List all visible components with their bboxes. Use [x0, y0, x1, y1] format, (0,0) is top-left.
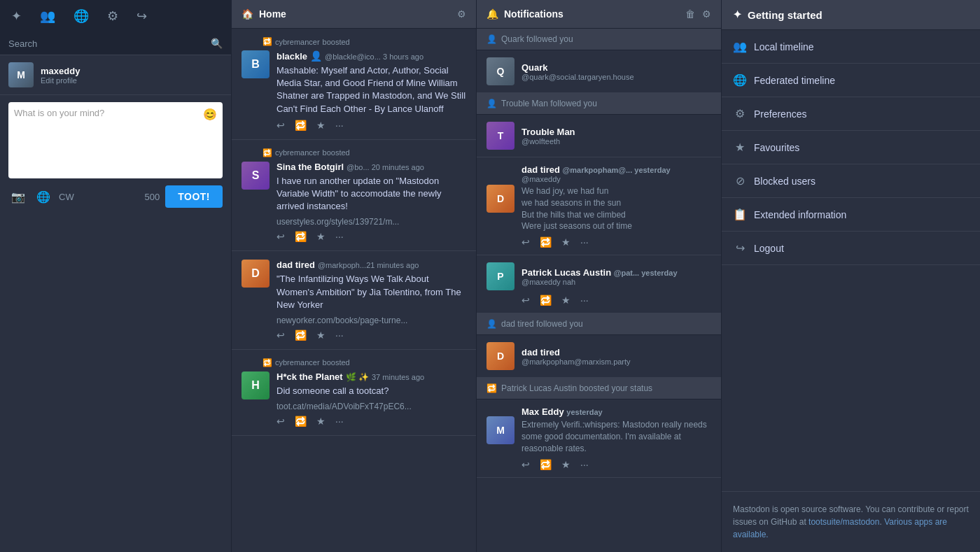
notif-header-text: Patrick Lucas Austin boosted your status [501, 383, 652, 393]
star-icon: ✦ [733, 8, 742, 21]
post-header: Sina the Botgirl @bo... 20 minutes ago [276, 162, 466, 172]
star-icon: ★ [733, 141, 747, 154]
post-body: blackle 👤 @blackle@ico... 3 hours ago Ma… [276, 50, 466, 131]
avatar: M [8, 62, 34, 87]
fav-icon[interactable]: ★ [316, 330, 326, 341]
avatar-placeholder: T [486, 122, 514, 150]
post-actions: ↩ 🔁 ★ ··· [276, 120, 466, 131]
emoji-icon[interactable]: 😊 [203, 108, 217, 121]
filter-icon[interactable]: ⚙ [457, 8, 466, 20]
globe-button[interactable]: 🌐 [34, 187, 53, 206]
boost-label: 🔁 cybremancer boosted [241, 148, 466, 157]
notif-avatar: D [486, 342, 514, 370]
boost-icon[interactable]: 🔁 [295, 120, 307, 131]
fav-icon[interactable]: ★ [316, 231, 326, 242]
search-input[interactable] [8, 38, 211, 49]
more-icon[interactable]: ··· [580, 459, 589, 470]
fav-icon[interactable]: ★ [316, 416, 326, 427]
sidebar-item-extended-information[interactable]: 📋 Extended information [722, 198, 980, 232]
notif-header-text: dad tired followed you [501, 319, 583, 329]
toot-button[interactable]: TOOT! [165, 185, 223, 208]
post-username: H*ck the Planet [276, 371, 343, 382]
boost-icon[interactable]: 🔁 [540, 236, 552, 248]
more-icon[interactable]: ··· [335, 231, 344, 242]
avatar-placeholder: S [241, 162, 270, 190]
more-icon[interactable]: ··· [335, 416, 344, 427]
reply-icon[interactable]: ↩ [522, 236, 530, 248]
avatar-placeholder: M [8, 62, 34, 87]
nav-item-label: Extended information [754, 209, 846, 220]
boost-icon[interactable]: 🔁 [540, 295, 552, 306]
boost-icon[interactable]: 🔁 [295, 231, 307, 242]
home-icon[interactable]: ✦ [8, 6, 24, 27]
sidebar-item-blocked-users[interactable]: ⊘ Blocked users [722, 164, 980, 198]
globe-icon[interactable]: 🌐 [71, 6, 92, 27]
user-profile: M maxeddy Edit profile [0, 55, 231, 95]
delete-icon[interactable]: 🗑 [685, 8, 695, 20]
more-icon[interactable]: ··· [335, 120, 344, 131]
list-item: T Trouble Man @wolfteeth [477, 115, 721, 157]
reply-icon[interactable]: ↩ [276, 330, 285, 341]
sidebar-item-federated-timeline[interactable]: 🌐 Federated timeline [722, 64, 980, 97]
settings-icon[interactable]: ⚙ [702, 8, 711, 20]
notifications-header-icons: 🗑 ⚙ [685, 8, 711, 20]
post-avatar: D [241, 260, 270, 288]
post-text: Did someone call a tootcat? [276, 385, 466, 397]
logout-icon[interactable]: ↪ [134, 6, 150, 27]
table-row: 🔁 cybremancer boosted S Sina the Botgirl… [232, 140, 476, 252]
more-icon[interactable]: ··· [335, 330, 344, 341]
boost-label: 🔁 cybremancer boosted [241, 37, 466, 46]
sidebar-icon-bar: ✦ 👥 🌐 ⚙ ↪ [0, 0, 231, 32]
avatar-placeholder: D [241, 260, 270, 288]
sidebar-item-local-timeline[interactable]: 👥 Local timeline [722, 30, 980, 64]
reply-icon[interactable]: ↩ [276, 231, 285, 242]
sidebar-item-logout[interactable]: ↪ Logout [722, 232, 980, 265]
notif-text: dad tired @markpopham@... yesterday @max… [522, 164, 671, 232]
boost-icon[interactable]: 🔁 [295, 330, 307, 341]
notif-actions: ↩ 🔁 ★ ··· [486, 295, 711, 306]
more-icon[interactable]: ··· [580, 295, 589, 306]
reply-icon[interactable]: ↩ [522, 295, 530, 306]
sidebar-item-favourites[interactable]: ★ Favourites [722, 131, 980, 164]
boost-icon[interactable]: 🔁 [295, 416, 307, 427]
boost-icon[interactable]: 🔁 [540, 459, 552, 470]
community-icon[interactable]: 👥 [37, 6, 58, 27]
reply-icon[interactable]: ↩ [276, 416, 285, 427]
post-handle: @markpoph...21 minutes ago [318, 261, 419, 269]
boost-text: boosted [323, 38, 350, 46]
fav-icon[interactable]: ★ [316, 120, 326, 131]
settings-icon[interactable]: ⚙ [104, 6, 121, 27]
post-username: Sina the Botgirl [276, 162, 344, 172]
notifications-column-title: 🔔 Notifications [486, 8, 564, 20]
notif-follow-header: 👤 Quark followed you [477, 29, 721, 50]
edit-profile-link[interactable]: Edit profile [41, 76, 80, 85]
list-item: Q Quark @quark@social.targaryen.house [477, 50, 721, 93]
avatar-placeholder: H [241, 371, 270, 399]
list-item: D dad tired @markpopham@marxism.party [477, 335, 721, 378]
reply-icon[interactable]: ↩ [522, 459, 530, 470]
compose-textarea[interactable] [14, 108, 217, 171]
notif-handle: @quark@social.targaryen.house [522, 73, 634, 81]
user-info: maxeddy Edit profile [41, 66, 80, 85]
boost-by: cybremancer [275, 148, 320, 157]
more-icon[interactable]: ··· [580, 236, 589, 248]
cw-label[interactable]: CW [59, 192, 74, 202]
fav-icon[interactable]: ★ [561, 236, 570, 248]
fav-icon[interactable]: ★ [561, 459, 570, 470]
block-icon: ⊘ [733, 174, 747, 187]
footer-link-tootsuite[interactable]: tootsuite/mastodon [808, 517, 879, 527]
boost-by: cybremancer [275, 358, 320, 367]
post-actions: ↩ 🔁 ★ ··· [276, 231, 466, 242]
list-item: M Max Eddy yesterday Extremely Verifi.:w… [477, 399, 721, 477]
fav-icon[interactable]: ★ [561, 295, 570, 306]
notif-content: We had joy, we had funwe had seasons in … [522, 185, 671, 232]
sidebar-item-preferences[interactable]: ⚙ Preferences [722, 97, 980, 131]
reply-icon[interactable]: ↩ [276, 120, 285, 131]
notif-mention-to: @maxeddy [522, 175, 671, 183]
home-title-label: Home [259, 8, 286, 20]
notif-user-row: T Trouble Man @wolfteeth [486, 122, 711, 150]
image-upload-button[interactable]: 📷 [8, 187, 28, 206]
notif-follow-header: 👤 Trouble Man followed you [477, 93, 721, 115]
notifications-column: 🔔 Notifications 🗑 ⚙ 👤 Quark followed you… [476, 0, 721, 552]
boost-notif-icon: 🔁 [486, 383, 497, 393]
